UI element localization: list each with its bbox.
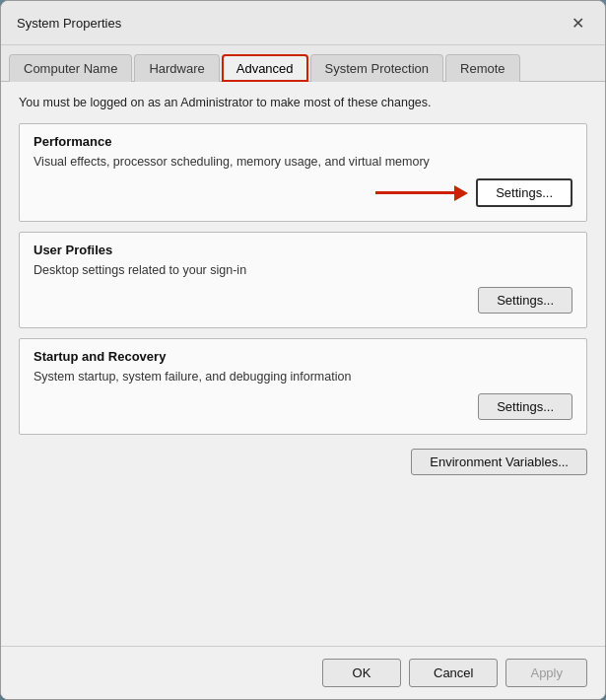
- tab-bar: Computer Name Hardware Advanced System P…: [1, 45, 605, 82]
- arrow-line: [375, 191, 454, 194]
- tab-hardware[interactable]: Hardware: [134, 54, 219, 82]
- user-profiles-section: User Profiles Desktop settings related t…: [19, 232, 587, 328]
- performance-section: Performance Visual effects, processor sc…: [19, 123, 587, 222]
- performance-settings-button[interactable]: Settings...: [476, 178, 572, 207]
- window-title: System Properties: [17, 16, 121, 31]
- title-bar: System Properties ✕: [1, 1, 605, 45]
- close-button[interactable]: ✕: [566, 11, 589, 35]
- user-profiles-settings-button[interactable]: Settings...: [478, 287, 572, 314]
- apply-button[interactable]: Apply: [505, 659, 587, 687]
- spacer: [19, 485, 587, 632]
- cancel-button[interactable]: Cancel: [409, 659, 498, 687]
- startup-recovery-settings-button[interactable]: Settings...: [478, 393, 572, 420]
- tab-computer-name[interactable]: Computer Name: [9, 54, 132, 82]
- startup-recovery-title: Startup and Recovery: [34, 349, 572, 364]
- performance-desc: Visual effects, processor scheduling, me…: [34, 155, 572, 169]
- environment-variables-button[interactable]: Environment Variables...: [411, 449, 587, 475]
- user-profiles-title: User Profiles: [34, 243, 572, 257]
- ok-button[interactable]: OK: [322, 659, 401, 687]
- dialog-footer: OK Cancel Apply: [1, 646, 605, 699]
- tab-advanced[interactable]: Advanced: [222, 54, 308, 82]
- tab-remote[interactable]: Remote: [445, 54, 520, 82]
- info-text: You must be logged on as an Administrato…: [19, 96, 587, 109]
- user-profiles-actions: Settings...: [34, 287, 572, 314]
- performance-actions: Settings...: [34, 178, 572, 207]
- arrow-indicator: [375, 185, 468, 201]
- env-variables-section: Environment Variables...: [19, 449, 587, 475]
- performance-title: Performance: [34, 134, 572, 149]
- user-profiles-desc: Desktop settings related to your sign-in: [34, 263, 572, 277]
- startup-recovery-desc: System startup, system failure, and debu…: [34, 370, 572, 384]
- main-content: You must be logged on as an Administrato…: [1, 82, 605, 646]
- system-properties-dialog: System Properties ✕ Computer Name Hardwa…: [0, 0, 606, 700]
- startup-recovery-actions: Settings...: [34, 393, 572, 420]
- tab-system-protection[interactable]: System Protection: [310, 54, 444, 82]
- arrow-head: [454, 185, 468, 201]
- startup-recovery-section: Startup and Recovery System startup, sys…: [19, 338, 587, 435]
